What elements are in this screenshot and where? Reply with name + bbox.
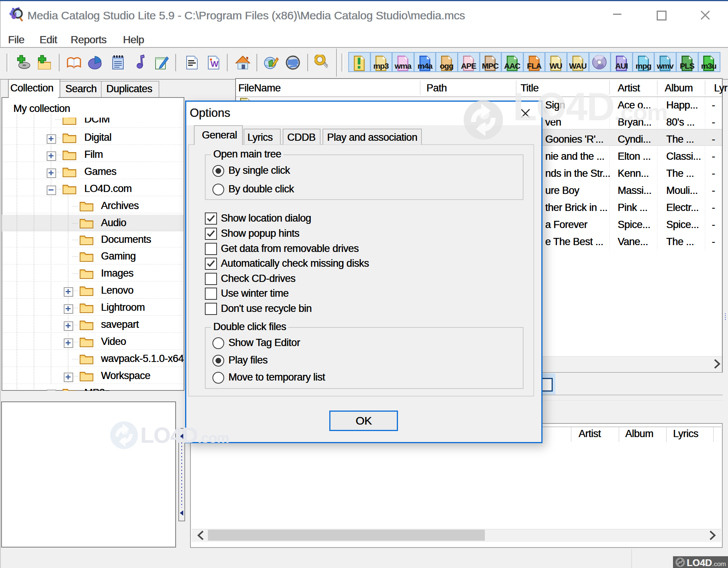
svg-text:W: W [211, 59, 219, 69]
